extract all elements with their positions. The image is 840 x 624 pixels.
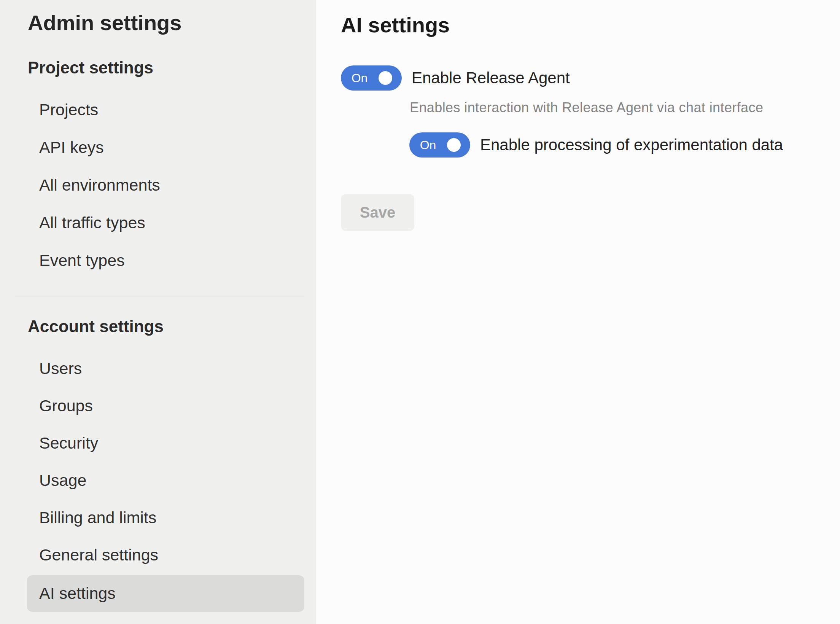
sidebar-item-api-keys[interactable]: API keys — [39, 138, 104, 158]
sidebar-divider — [15, 296, 304, 296]
experimentation-toggle-state: On — [409, 132, 447, 158]
sidebar-item-security[interactable]: Security — [39, 433, 98, 453]
release-agent-toggle-label: Enable Release Agent — [412, 68, 570, 88]
sidebar-item-general-settings[interactable]: General settings — [39, 545, 158, 565]
sidebar: Admin settings Project settings Projects… — [0, 0, 316, 624]
main-content: AI settings On Enable Release Agent Enab… — [316, 0, 840, 624]
toggle-knob-icon — [447, 138, 461, 152]
sidebar-title: Admin settings — [28, 10, 181, 35]
release-agent-setting-row: On Enable Release Agent — [341, 65, 570, 91]
section-header-account-settings: Account settings — [28, 317, 164, 337]
sidebar-item-projects[interactable]: Projects — [39, 100, 98, 120]
sidebar-item-all-environments[interactable]: All environments — [39, 175, 160, 195]
release-agent-toggle-state: On — [341, 65, 378, 91]
admin-settings-page: Admin settings Project settings Projects… — [0, 0, 840, 624]
experimentation-data-toggle[interactable]: On — [409, 132, 470, 158]
page-title: AI settings — [341, 12, 450, 38]
save-button[interactable]: Save — [341, 194, 414, 231]
sidebar-item-groups[interactable]: Groups — [39, 396, 93, 416]
experimentation-toggle-label: Enable processing of experimentation dat… — [480, 135, 783, 154]
release-agent-toggle[interactable]: On — [341, 65, 402, 91]
toggle-knob-icon — [379, 71, 392, 85]
sidebar-item-billing-and-limits[interactable]: Billing and limits — [39, 508, 156, 528]
experimentation-setting-row: On Enable processing of experimentation … — [409, 132, 783, 158]
sidebar-item-ai-settings-active[interactable]: AI settings — [27, 575, 304, 612]
sidebar-item-event-types[interactable]: Event types — [39, 251, 125, 271]
sidebar-item-all-traffic-types[interactable]: All traffic types — [39, 213, 145, 233]
sidebar-item-usage[interactable]: Usage — [39, 471, 86, 490]
section-header-project-settings: Project settings — [28, 58, 153, 78]
release-agent-description: Enables interaction with Release Agent v… — [410, 99, 763, 116]
sidebar-item-users[interactable]: Users — [39, 359, 82, 379]
